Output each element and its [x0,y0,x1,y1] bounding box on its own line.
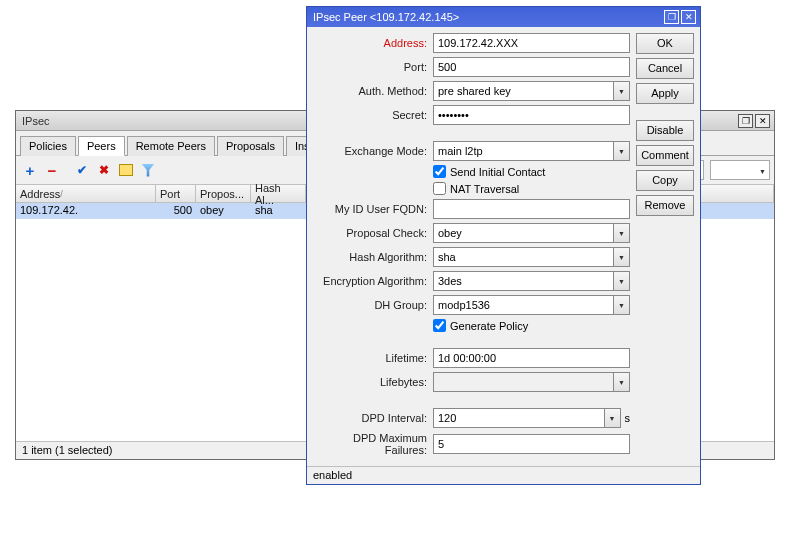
label-secret: Secret: [313,109,433,121]
label-proposal-check: Proposal Check: [313,227,433,239]
dialog-titlebar[interactable]: IPsec Peer <109.172.42.145> ❐ ✕ [307,7,700,27]
disable-button[interactable]: ✖ [94,160,114,180]
close-icon[interactable]: ✕ [755,114,770,128]
label-exchange: Exchange Mode: [313,145,433,157]
disable-button[interactable]: Disable [636,120,694,141]
remove-button[interactable]: − [42,160,62,180]
filter-icon [142,164,155,177]
comment-button[interactable] [116,160,136,180]
dh-group-field[interactable] [433,295,614,315]
comment-button[interactable]: Comment [636,145,694,166]
secret-field[interactable] [433,105,630,125]
label-address: Address: [313,37,433,49]
col-hash[interactable]: Hash Al... [251,185,306,202]
dh-group-dropdown[interactable] [614,295,630,315]
lifebytes-field[interactable] [433,372,614,392]
generate-policy-checkbox[interactable]: Generate Policy [433,319,528,332]
ipsec-peer-dialog: IPsec Peer <109.172.42.145> ❐ ✕ Address:… [306,6,701,485]
restore-icon[interactable]: ❐ [738,114,753,128]
hash-dropdown[interactable] [614,247,630,267]
nat-traversal-checkbox[interactable]: NAT Traversal [433,182,519,195]
label-encryption: Encryption Algorithm: [313,275,433,287]
cancel-button[interactable]: Cancel [636,58,694,79]
label-dh: DH Group: [313,299,433,311]
lifetime-field[interactable] [433,348,630,368]
label-lifebytes: Lifebytes: [313,376,433,388]
hash-field[interactable] [433,247,614,267]
apply-button[interactable]: Apply [636,83,694,104]
search-field-dropdown[interactable] [710,160,770,180]
cell-port: 500 [156,203,196,219]
dpd-interval-dropdown[interactable] [605,408,621,428]
ok-button[interactable]: OK [636,33,694,54]
dialog-form: Address: Port: Auth. Method: Secret: Exc… [313,33,630,460]
filter-button[interactable] [138,160,158,180]
dpd-max-field[interactable] [433,434,630,454]
dpd-unit: s [621,412,631,424]
col-proposal[interactable]: Propos... [196,185,251,202]
enable-button[interactable]: ✔ [72,160,92,180]
lifebytes-toggle[interactable] [614,372,630,392]
tab-proposals[interactable]: Proposals [217,136,284,156]
cell-address: 109.172.42. [16,203,156,219]
tab-remote-peers[interactable]: Remote Peers [127,136,215,156]
label-auth: Auth. Method: [313,85,433,97]
dialog-statusbar: enabled [307,466,700,484]
dialog-title: IPsec Peer <109.172.42.145> [311,11,662,23]
label-dpd-max: DPD Maximum Failures: [313,432,433,456]
copy-button[interactable]: Copy [636,170,694,191]
proposal-check-field[interactable] [433,223,614,243]
dpd-interval-field[interactable] [433,408,605,428]
tab-peers[interactable]: Peers [78,136,125,156]
restore-icon[interactable]: ❐ [664,10,679,24]
dialog-side-buttons: OK Cancel Apply Disable Comment Copy Rem… [636,33,694,460]
col-address[interactable]: Address [16,185,156,202]
port-field[interactable] [433,57,630,77]
auth-method-field[interactable] [433,81,614,101]
cell-hash: sha [251,203,306,219]
encryption-field[interactable] [433,271,614,291]
address-field[interactable] [433,33,630,53]
proposal-check-dropdown[interactable] [614,223,630,243]
encryption-dropdown[interactable] [614,271,630,291]
exchange-mode-field[interactable] [433,141,614,161]
label-port: Port: [313,61,433,73]
label-dpd-interval: DPD Interval: [313,412,433,424]
cell-proposal: obey [196,203,251,219]
remove-button[interactable]: Remove [636,195,694,216]
auth-method-dropdown[interactable] [614,81,630,101]
add-button[interactable]: + [20,160,40,180]
tab-policies[interactable]: Policies [20,136,76,156]
send-initial-checkbox[interactable]: Send Initial Contact [433,165,545,178]
label-lifetime: Lifetime: [313,352,433,364]
label-my-id: My ID User FQDN: [313,203,433,215]
label-hash: Hash Algorithm: [313,251,433,263]
my-id-field[interactable] [433,199,630,219]
exchange-mode-dropdown[interactable] [614,141,630,161]
close-icon[interactable]: ✕ [681,10,696,24]
col-port[interactable]: Port [156,185,196,202]
note-icon [119,164,133,176]
